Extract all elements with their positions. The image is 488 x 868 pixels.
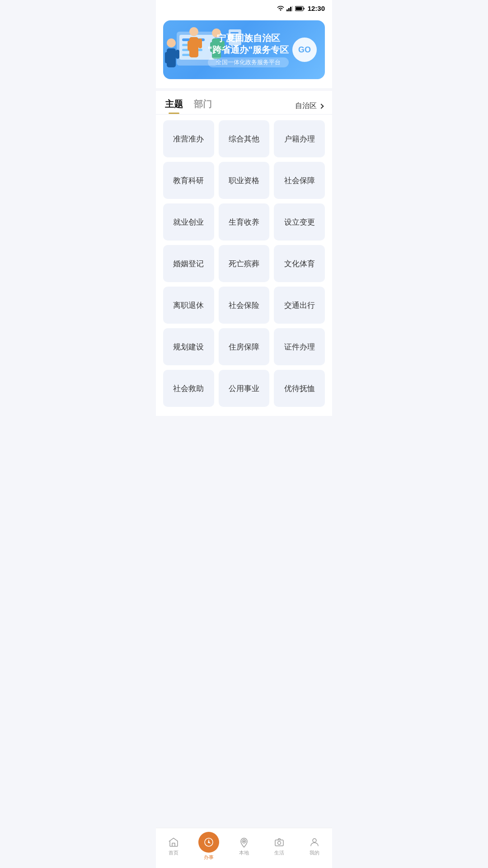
- svg-rect-3: [292, 6, 293, 11]
- banner-text-area: 宁夏回族自治区 "跨省通办"服务专区 全国一体化政务服务平台: [208, 32, 289, 67]
- svg-point-34: [278, 841, 281, 844]
- grid-item-siwang[interactable]: 死亡殡葬: [219, 245, 270, 282]
- banner-title-line1: 宁夏回族自治区: [208, 32, 289, 44]
- camera-icon: [273, 836, 285, 848]
- svg-rect-5: [296, 7, 302, 10]
- status-bar: 12:30: [156, 0, 332, 15]
- svg-point-12: [167, 38, 176, 47]
- svg-rect-2: [290, 7, 291, 11]
- grid-item-zhunying[interactable]: 准营准办: [163, 120, 214, 157]
- status-icons: [277, 6, 305, 11]
- grid-item-wenhua[interactable]: 文化体育: [274, 245, 325, 282]
- grid-container: 准营准办综合其他户籍办理教育科研职业资格社会保障就业创业生育收养设立变更婚姻登记…: [156, 115, 332, 416]
- grid-item-shehui[interactable]: 社会保障: [274, 162, 325, 199]
- nav-label-home: 首页: [169, 849, 178, 856]
- banner-go-button[interactable]: GO: [292, 38, 317, 62]
- svg-point-16: [189, 27, 198, 36]
- grid-item-zhengjian[interactable]: 证件办理: [274, 328, 325, 365]
- affairs-active-circle: [198, 832, 219, 853]
- banner-section: 宁夏回族自治区 "跨省通办"服务专区 全国一体化政务服务平台 GO: [156, 15, 332, 88]
- chevron-right-icon: [319, 104, 324, 108]
- banner[interactable]: 宁夏回族自治区 "跨省通办"服务专区 全国一体化政务服务平台 GO: [163, 20, 325, 79]
- banner-subtitle: 全国一体化政务服务平台: [208, 57, 289, 67]
- svg-point-32: [243, 840, 245, 842]
- grid-item-jiaotong[interactable]: 交通出行: [274, 287, 325, 324]
- grid-item-shengyu[interactable]: 生育收养: [219, 203, 270, 241]
- tabs-container: 主题 部门 自治区: [156, 91, 332, 114]
- category-grid: 准营准办综合其他户籍办理教育科研职业资格社会保障就业创业生育收养设立变更婚姻登记…: [163, 120, 325, 407]
- location-icon: [238, 836, 250, 848]
- svg-rect-18: [188, 41, 191, 51]
- grid-item-jiuzhu[interactable]: 社会救助: [163, 370, 214, 407]
- grid-item-sheli[interactable]: 设立变更: [274, 203, 325, 241]
- svg-point-35: [313, 839, 316, 842]
- home-icon: [168, 836, 179, 848]
- nav-item-mine[interactable]: 我的: [301, 836, 328, 856]
- grid-item-zonghe[interactable]: 综合其他: [219, 120, 270, 157]
- nav-item-home[interactable]: 首页: [160, 836, 187, 856]
- svg-rect-1: [288, 8, 290, 11]
- nav-item-affairs[interactable]: 办事: [195, 832, 222, 861]
- svg-point-30: [208, 841, 210, 843]
- grid-item-zhiye[interactable]: 职业资格: [219, 162, 270, 199]
- nav-item-local[interactable]: 本地: [230, 836, 258, 856]
- tab-dept[interactable]: 部门: [194, 98, 212, 114]
- status-time: 12:30: [308, 5, 325, 12]
- signal-icon: [286, 6, 293, 11]
- grid-item-hunyin[interactable]: 婚姻登记: [163, 245, 214, 282]
- nav-label-mine: 我的: [310, 849, 319, 856]
- nav-label-local: 本地: [239, 849, 249, 856]
- wifi-icon: [277, 6, 284, 11]
- tabs-left: 主题 部门: [165, 98, 212, 114]
- grid-item-guihua[interactable]: 规划建设: [163, 328, 214, 365]
- region-selector[interactable]: 自治区: [295, 101, 323, 111]
- grid-item-lizhi[interactable]: 离职退休: [163, 287, 214, 324]
- svg-rect-19: [198, 38, 202, 48]
- nav-item-life[interactable]: 生活: [266, 836, 293, 856]
- nav-label-life: 生活: [274, 849, 284, 856]
- grid-item-youdai[interactable]: 优待抚恤: [274, 370, 325, 407]
- grid-item-jiaoyu[interactable]: 教育科研: [163, 162, 214, 199]
- grid-item-jiuye[interactable]: 就业创业: [163, 203, 214, 241]
- bottom-nav: 首页 办事 本地 生活: [156, 828, 332, 868]
- region-label: 自治区: [295, 101, 317, 111]
- banner-title-line2: "跨省通办"服务专区: [208, 44, 289, 56]
- svg-rect-0: [286, 9, 288, 11]
- grid-item-gongyong[interactable]: 公用事业: [219, 370, 270, 407]
- svg-rect-33: [275, 840, 283, 846]
- svg-rect-14: [165, 52, 169, 63]
- grid-item-baoxian[interactable]: 社会保险: [219, 287, 270, 324]
- tab-theme[interactable]: 主题: [165, 98, 183, 114]
- grid-item-zhufang[interactable]: 住房保障: [219, 328, 270, 365]
- grid-item-huji[interactable]: 户籍办理: [274, 120, 325, 157]
- person-icon: [309, 836, 320, 848]
- nav-label-affairs: 办事: [204, 854, 214, 861]
- svg-rect-15: [176, 50, 179, 59]
- battery-icon: [295, 6, 305, 11]
